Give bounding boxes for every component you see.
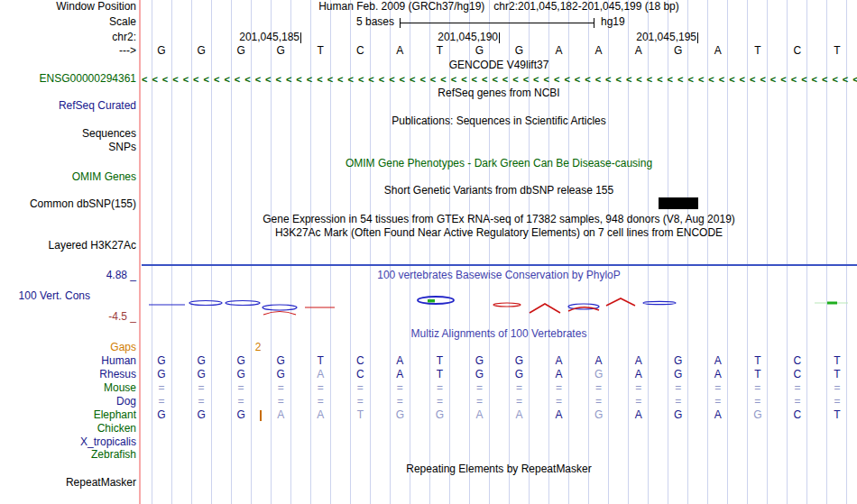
track-label-sequences[interactable]: Sequences — [82, 128, 136, 140]
label-track-separator — [139, 0, 141, 504]
phylop-max-value: 4.88 _ — [106, 270, 136, 281]
dog-base-1: = — [159, 396, 165, 408]
sequence-base-9: G — [475, 45, 484, 57]
gencode-gene-arrows[interactable]: <<<<<<<<<<<<<<<<<<<<<<<<<<<<<<<<<<<<<<<<… — [142, 74, 857, 86]
sequence-base-2: G — [197, 45, 205, 57]
elephant-base-10: A — [516, 409, 523, 421]
human-base-6: C — [356, 355, 364, 367]
track-title-refseq-genes-from-ncbi[interactable]: RefSeq genes from NCBI — [438, 87, 559, 99]
dog-base-18: = — [834, 396, 840, 408]
elephant-base-17: C — [794, 409, 802, 421]
species-label-human[interactable]: Human — [101, 355, 136, 367]
mouse-base-1: = — [159, 382, 165, 394]
rhesus-base-10: G — [515, 369, 523, 380]
rhesus-base-14: G — [674, 369, 682, 380]
human-base-3: G — [236, 355, 244, 367]
species-label-zebrafish[interactable]: Zebrafish — [91, 449, 136, 461]
dog-base-5: = — [318, 396, 324, 408]
dog-base-3: = — [238, 396, 244, 408]
dbsnp-variant-box[interactable] — [659, 197, 698, 209]
track-label-omim-genes[interactable]: OMIM Genes — [72, 171, 136, 183]
human-base-5: T — [318, 355, 324, 367]
human-base-13: A — [635, 355, 642, 367]
species-label-dog[interactable]: Dog — [116, 396, 136, 408]
elephant-base-3: G — [236, 409, 244, 421]
species-label-x-tropicalis[interactable]: X_tropicalis — [80, 436, 136, 448]
elephant-base-2: G — [197, 409, 205, 421]
track-title-multiz-alignments-of-100[interactable]: Multiz Alignments of 100 Vertebrates — [411, 328, 587, 340]
sequence-base-4: G — [277, 45, 285, 57]
species-label-chicken[interactable]: Chicken — [97, 423, 136, 435]
elephant-base-5: A — [317, 409, 324, 421]
elephant-base-4: A — [277, 409, 284, 421]
elephant-base-11: A — [556, 409, 563, 421]
sequence-base-3: G — [236, 45, 244, 57]
gencode-gene-label[interactable]: ENSG00000294361 — [40, 73, 136, 85]
gaps-count: 2 — [255, 342, 262, 353]
rhesus-base-5: A — [317, 369, 324, 380]
strand-arrow-label[interactable]: ---> — [119, 45, 136, 57]
track-title-omim-gene-phenotypes-dark[interactable]: OMIM Gene Phenotypes - Dark Green Can Be… — [346, 158, 652, 170]
human-base-17: C — [794, 355, 802, 367]
dog-base-16: = — [754, 396, 760, 408]
human-base-2: G — [197, 355, 205, 367]
dog-base-10: = — [516, 396, 522, 408]
sequence-base-7: A — [396, 45, 403, 57]
scale-bar-left-tick — [400, 18, 401, 28]
dog-base-12: = — [595, 396, 602, 408]
sequence-base-15: A — [714, 45, 722, 57]
track-label-snps[interactable]: SNPs — [108, 142, 136, 153]
track-label-repeatmasker[interactable]: RepeatMasker — [66, 477, 136, 489]
rhesus-base-4: G — [277, 369, 285, 380]
track-title-h3k27ac-mark-often-found[interactable]: H3K27Ac Mark (Often Found Near Active Re… — [275, 227, 723, 239]
human-base-14: G — [674, 355, 682, 367]
track-title-publications-sequences-in-scientific[interactable]: Publications: Sequences in Scientific Ar… — [392, 115, 605, 127]
mouse-base-15: = — [714, 382, 721, 394]
track-title-short-genetic-variants-from[interactable]: Short Genetic Variants from dbSNP releas… — [384, 185, 613, 197]
dog-base-17: = — [794, 396, 800, 408]
sequence-base-14: G — [674, 45, 682, 57]
species-label-rhesus[interactable]: Rhesus — [99, 369, 136, 380]
elephant-base-16: G — [753, 409, 761, 421]
rhesus-base-15: A — [714, 369, 722, 380]
track-title-gene-expression-in-54[interactable]: Gene Expression in 54 tissues from GTEx … — [263, 214, 735, 225]
scale-bar — [400, 23, 594, 23]
dog-base-8: = — [437, 396, 443, 408]
track-title-100-vertebrates-basewise-conservation[interactable]: 100 vertebrates Basewise Conservation by… — [377, 270, 620, 281]
track-label-refseq-curated[interactable]: RefSeq Curated — [59, 100, 136, 112]
track-label-common-dbsnp-155[interactable]: Common dbSNP(155) — [30, 198, 136, 210]
elephant-base-8: G — [436, 409, 444, 421]
sequence-base-5: T — [318, 45, 324, 57]
ruler-label-201-045-195: 201,045,195 — [636, 32, 696, 43]
human-base-9: G — [475, 355, 484, 367]
mouse-base-2: = — [198, 382, 205, 394]
sequence-base-12: A — [595, 45, 603, 57]
ruler-label-201-045-190: 201,045,190 — [438, 32, 498, 43]
sequence-base-10: G — [515, 45, 523, 57]
rhesus-base-6: C — [356, 369, 364, 380]
rhesus-base-11: A — [556, 369, 563, 380]
species-label-mouse[interactable]: Mouse — [104, 382, 136, 394]
elephant-base-1: G — [157, 409, 165, 421]
human-base-7: A — [396, 355, 403, 367]
track-label-layered-h3k27ac[interactable]: Layered H3K27Ac — [49, 240, 136, 252]
human-base-8: T — [437, 355, 443, 367]
track-label-chr2: chr2: — [112, 32, 136, 43]
sequence-base-6: C — [356, 45, 364, 57]
species-label-elephant[interactable]: Elephant — [94, 409, 136, 421]
track-label-100-vert-cons[interactable]: 100 Vert. Cons — [19, 290, 90, 302]
track-label-gaps[interactable]: Gaps — [110, 342, 136, 353]
elephant-base-13: A — [635, 409, 642, 421]
elephant-gap-bar — [260, 410, 262, 421]
track-title-gencode-v49lift37[interactable]: GENCODE V49lift37 — [449, 60, 549, 71]
track-title-repeating-elements-by-repeatmasker[interactable]: Repeating Elements by RepeatMasker — [406, 463, 591, 475]
elephant-base-18: T — [834, 409, 840, 421]
mouse-base-7: = — [397, 382, 403, 394]
dog-base-15: = — [714, 396, 721, 408]
mouse-base-6: = — [357, 382, 364, 394]
mouse-base-16: = — [754, 382, 760, 394]
human-base-10: G — [515, 355, 523, 367]
mouse-base-13: = — [635, 382, 641, 394]
mouse-base-5: = — [318, 382, 324, 394]
rhesus-base-18: T — [834, 369, 840, 380]
